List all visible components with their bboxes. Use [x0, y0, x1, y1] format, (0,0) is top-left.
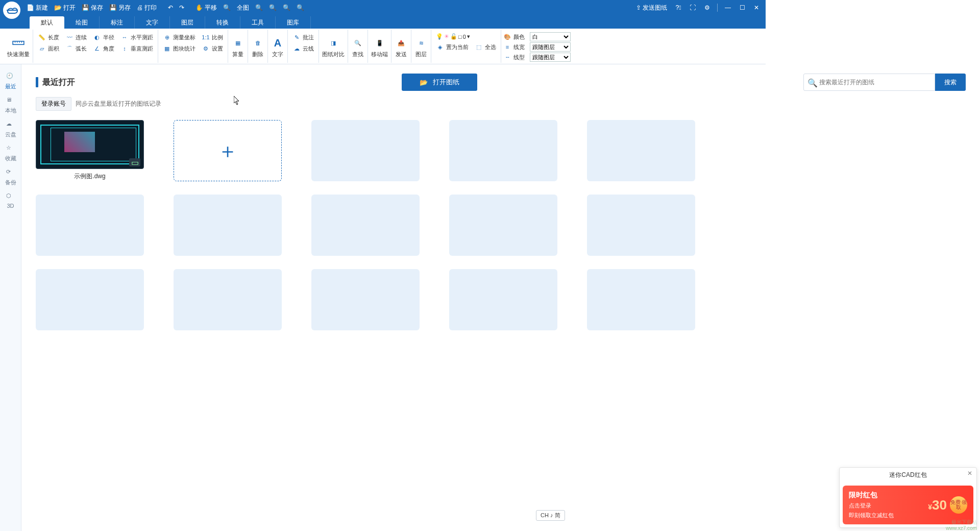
- quick-measure-button[interactable]: 快速测量: [4, 30, 33, 63]
- blockstat-button[interactable]: ▦图块统计: [160, 43, 198, 54]
- zoom-prev-button[interactable]: 🔍: [280, 0, 293, 15]
- linetype-select[interactable]: 跟随图层: [530, 53, 571, 62]
- cloud-button[interactable]: ☁云线: [290, 43, 316, 54]
- note-icon: ✎: [292, 33, 301, 41]
- folder-open-icon: 📂: [420, 79, 428, 86]
- tab-library[interactable]: 图库: [276, 16, 311, 29]
- coord-button[interactable]: ⊕测量坐标: [160, 32, 198, 43]
- sidebar-item-favorite[interactable]: ☆收藏: [0, 141, 21, 165]
- calc-button[interactable]: ▦算量: [228, 30, 248, 63]
- lineweight-select[interactable]: 跟随图层: [530, 42, 571, 52]
- zoom-window-button[interactable]: 🔍: [252, 0, 266, 15]
- sidebar-item-recent[interactable]: 🕘最近: [0, 69, 21, 93]
- app-logo: [3, 2, 20, 19]
- plus-icon: ＋: [217, 137, 238, 165]
- open-drawing-button[interactable]: 📂 打开图纸: [402, 74, 477, 91]
- annotate-button[interactable]: ✎批注: [290, 32, 316, 43]
- tab-layer[interactable]: 图层: [170, 16, 205, 29]
- pan-button[interactable]: ✋平移: [192, 0, 220, 15]
- empty-slot: [311, 195, 420, 256]
- area-button[interactable]: ▱面积: [35, 43, 62, 54]
- empty-slot: [174, 195, 282, 256]
- maximize-button[interactable]: ☐: [736, 2, 748, 14]
- radius-button[interactable]: ◐半径: [90, 32, 117, 43]
- linetype-icon: ╌: [503, 53, 511, 61]
- preview-icon: ▭: [129, 158, 140, 166]
- empty-slot: [36, 195, 144, 256]
- file-grid: ▭ 示例图.dwg ＋: [36, 120, 766, 330]
- sidebar-item-3d[interactable]: ⬡3D: [0, 189, 21, 212]
- find-button[interactable]: 🔍查找: [348, 30, 368, 63]
- title-bar: 📄新建 📂打开 💾保存 💾另存 🖨打印 ↶ ↷ ✋平移 🔍 全图 🔍 🔍 🔍 🔍…: [0, 0, 766, 15]
- zoom-out-button[interactable]: 🔍: [266, 0, 280, 15]
- mobile-button[interactable]: 📱移动端: [368, 30, 391, 63]
- zoom-out-icon: 🔍: [269, 4, 277, 11]
- empty-slot: [174, 269, 282, 330]
- clock-icon: 🕘: [6, 73, 15, 82]
- sidebar-item-backup[interactable]: ⟳备份: [0, 165, 21, 189]
- tab-text[interactable]: 文字: [135, 16, 170, 29]
- tab-tools[interactable]: 工具: [240, 16, 276, 29]
- zoom-next-icon: 🔍: [297, 4, 304, 11]
- add-file-card[interactable]: ＋: [174, 120, 282, 181]
- measure-settings-button[interactable]: ⚙设置: [199, 43, 226, 54]
- layer-button[interactable]: ≋图层: [411, 30, 431, 63]
- ratio-button[interactable]: 1:1比例: [199, 32, 226, 43]
- help-button[interactable]: ?⃞: [672, 2, 684, 14]
- arc-button[interactable]: ⌒弧长: [63, 43, 89, 54]
- minimize-button[interactable]: —: [722, 2, 734, 14]
- backup-icon: ⟳: [6, 168, 15, 178]
- tab-default[interactable]: 默认: [30, 16, 64, 29]
- angle-button[interactable]: ∠角度: [90, 43, 117, 54]
- set-current-button[interactable]: ◈置为当前: [433, 41, 471, 53]
- compare-button[interactable]: ◨图纸对比: [319, 30, 348, 63]
- tab-draw[interactable]: 绘图: [64, 16, 100, 29]
- send-drawing-button[interactable]: ⇪发送图纸: [633, 4, 670, 12]
- cube-icon: ⬡: [6, 192, 15, 202]
- full-view-button[interactable]: 全图: [234, 0, 252, 15]
- select-all-button[interactable]: ⬚全选: [472, 41, 499, 53]
- tab-annotate[interactable]: 标注: [100, 16, 135, 29]
- print-button[interactable]: 🖨打印: [134, 0, 160, 15]
- layer-state-toggles[interactable]: 💡 ☀ 🔓 □ 0 ▾: [433, 32, 473, 41]
- text-button[interactable]: A文字: [268, 30, 288, 63]
- file-card[interactable]: ▭ 示例图.dwg: [36, 120, 144, 181]
- zoom-next-button[interactable]: 🔍: [293, 0, 307, 15]
- open-button[interactable]: 📂打开: [51, 0, 79, 15]
- send-button[interactable]: 📤发送: [391, 30, 411, 63]
- delete-button[interactable]: 🗑删除: [248, 30, 268, 63]
- length-button[interactable]: 📏长度: [35, 32, 62, 43]
- hdist-button[interactable]: ↔水平测距: [118, 32, 156, 43]
- empty-slot: [587, 195, 695, 256]
- mobile-icon: 📱: [373, 36, 386, 50]
- save-button[interactable]: 💾保存: [79, 0, 106, 15]
- send-icon: 📤: [395, 36, 408, 50]
- arc-icon: ⌒: [65, 44, 74, 53]
- cloud-icon: ☁: [6, 120, 15, 130]
- new-file-icon: 📄: [27, 4, 34, 11]
- sidebar-item-cloud[interactable]: ☁云盘: [0, 117, 21, 141]
- color-select[interactable]: 白: [530, 32, 571, 41]
- hand-icon: ✋: [195, 4, 203, 11]
- login-button[interactable]: 登录账号: [36, 97, 71, 111]
- redo-icon: ↷: [179, 4, 184, 11]
- length-icon: 📏: [38, 33, 46, 41]
- file-name: 示例图.dwg: [36, 169, 144, 181]
- zoom-in-button[interactable]: 🔍: [220, 0, 234, 15]
- close-button[interactable]: ✕: [750, 2, 763, 14]
- undo-icon: ↶: [168, 4, 173, 11]
- settings-button[interactable]: ⚙: [701, 2, 713, 14]
- tab-convert[interactable]: 转换: [205, 16, 240, 29]
- saveas-button[interactable]: 💾另存: [106, 0, 134, 15]
- text-icon: A: [271, 36, 284, 50]
- fullscreen-button[interactable]: ⛶: [687, 2, 699, 14]
- redo-button[interactable]: ↷: [176, 0, 187, 15]
- empty-slot: [449, 269, 557, 330]
- new-button[interactable]: 📄新建: [23, 0, 51, 15]
- continuous-button[interactable]: 〰连续: [63, 32, 89, 43]
- vdist-button[interactable]: ↕垂直测距: [118, 43, 156, 54]
- sidebar-item-local[interactable]: 🖥本地: [0, 93, 21, 117]
- star-icon: ☆: [6, 144, 15, 154]
- monitor-icon: 🖥: [6, 96, 15, 106]
- undo-button[interactable]: ↶: [165, 0, 176, 15]
